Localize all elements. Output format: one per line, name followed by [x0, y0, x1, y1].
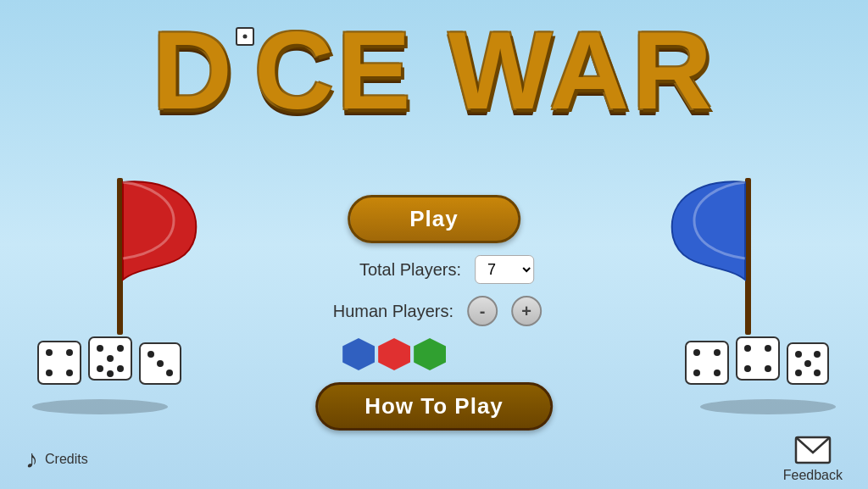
svg-point-27 — [765, 365, 771, 372]
left-flag — [25, 169, 212, 342]
svg-point-8 — [97, 345, 103, 352]
blue-flag-svg — [656, 169, 843, 339]
blue-hex[interactable] — [342, 338, 375, 370]
right-dice-group — [682, 325, 834, 404]
green-hex[interactable] — [414, 338, 446, 370]
feedback-envelope-icon — [794, 436, 832, 464]
svg-point-13 — [107, 370, 114, 377]
svg-point-11 — [97, 365, 103, 372]
svg-point-24 — [744, 345, 751, 352]
red-flag-svg — [25, 169, 212, 339]
center-panel: Play Total Players: 2 3 4 5 6 7 8 Human … — [315, 195, 553, 431]
svg-point-25 — [765, 345, 771, 352]
svg-point-3 — [46, 349, 53, 356]
minus-button[interactable]: - — [467, 296, 498, 326]
svg-point-17 — [166, 370, 173, 376]
svg-point-5 — [46, 370, 53, 376]
svg-point-12 — [117, 365, 124, 372]
svg-point-33 — [814, 370, 821, 376]
left-dice-group — [34, 325, 186, 404]
svg-point-4 — [66, 349, 73, 356]
how-to-play-button[interactable]: How To Play — [315, 382, 553, 431]
bottom-bar: ♪ Credits Feedback — [0, 430, 868, 489]
svg-point-31 — [814, 351, 821, 358]
svg-point-19 — [693, 349, 700, 356]
svg-point-29 — [804, 360, 811, 367]
svg-point-16 — [157, 360, 164, 367]
left-dice-svg — [34, 325, 186, 401]
svg-point-21 — [693, 370, 700, 376]
total-players-select[interactable]: 2 3 4 5 6 7 8 — [475, 255, 534, 284]
total-players-row: Total Players: 2 3 4 5 6 7 8 — [334, 255, 534, 284]
svg-rect-0 — [117, 178, 123, 335]
play-button[interactable]: Play — [348, 195, 520, 243]
feedback-container[interactable]: Feedback — [783, 436, 843, 483]
right-dice-svg — [682, 325, 834, 401]
right-flag — [656, 169, 843, 342]
svg-point-32 — [795, 370, 802, 376]
title-area: DCE WAR — [0, 0, 868, 125]
color-dots-row — [342, 338, 449, 370]
svg-rect-2 — [38, 342, 81, 384]
svg-point-30 — [795, 351, 802, 358]
svg-rect-23 — [737, 337, 779, 380]
credits-label[interactable]: Credits — [45, 452, 88, 467]
dice-icon-title — [236, 27, 254, 46]
svg-point-22 — [714, 370, 721, 376]
red-hex[interactable] — [378, 338, 410, 370]
svg-point-20 — [714, 349, 721, 356]
svg-point-15 — [147, 351, 154, 358]
total-players-label: Total Players: — [334, 260, 461, 280]
svg-rect-1 — [745, 178, 751, 335]
feedback-label: Feedback — [783, 468, 843, 483]
bottom-left: ♪ Credits — [25, 445, 88, 474]
svg-point-26 — [744, 365, 751, 372]
game-title: DCE WAR — [153, 8, 715, 132]
svg-rect-18 — [686, 342, 728, 384]
human-players-row: Human Players: - + — [326, 296, 542, 326]
human-players-label: Human Players: — [326, 302, 453, 321]
svg-point-10 — [107, 355, 114, 362]
svg-point-9 — [117, 345, 124, 352]
music-icon[interactable]: ♪ — [25, 445, 38, 474]
svg-point-6 — [66, 370, 73, 376]
plus-button[interactable]: + — [511, 296, 542, 326]
